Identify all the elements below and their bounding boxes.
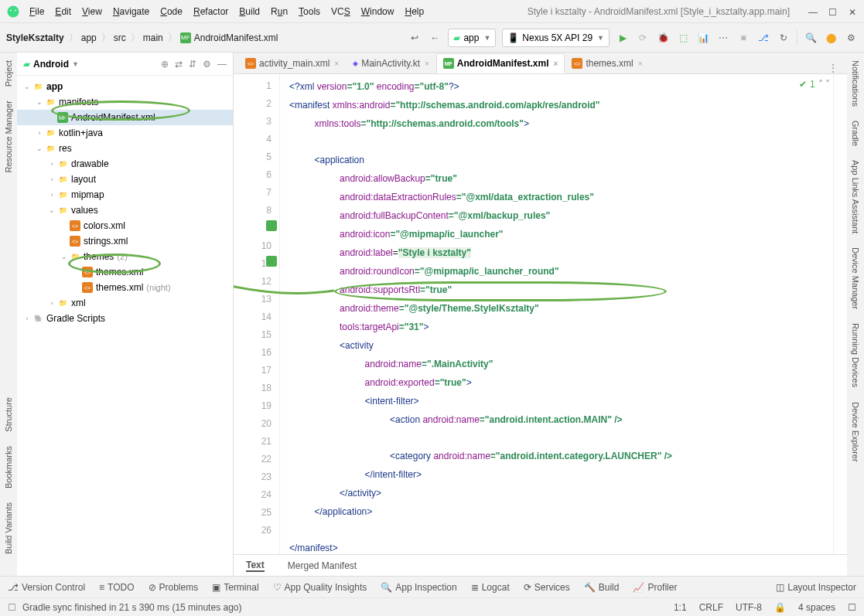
sync-icon[interactable]: ↩ — [408, 31, 422, 45]
menu-help[interactable]: Help — [405, 6, 424, 17]
bottom-profiler[interactable]: 📈 Profiler — [633, 582, 677, 593]
run-config-select[interactable]: ▰app▼ — [448, 29, 496, 47]
profile-icon[interactable]: 📊 — [696, 31, 710, 45]
bottom-app-inspection[interactable]: 🔍 App Inspection — [381, 582, 456, 593]
sidebar-notifications[interactable]: Notifications — [851, 60, 860, 107]
tree-gradle[interactable]: ›🐘Gradle Scripts — [17, 311, 233, 326]
tab-activity-main[interactable]: <>activity_main.xml× — [238, 53, 346, 73]
sidebar-gradle[interactable]: Gradle — [851, 121, 860, 146]
tree-themes-xml[interactable]: <>themes.xml — [17, 264, 233, 280]
tab-options-icon[interactable]: ⋮ — [828, 63, 847, 73]
run-icon[interactable]: ▶ — [616, 31, 630, 45]
target-icon[interactable]: ⊕ — [161, 59, 169, 70]
breadcrumb[interactable]: src — [114, 32, 126, 43]
code-editor[interactable]: <?xml version="1.0" encoding="utf-8"?> <… — [280, 74, 833, 554]
bottom-terminal[interactable]: ▣ Terminal — [212, 582, 258, 593]
menu-refactor[interactable]: Refactor — [193, 6, 228, 17]
tree-androidmanifest[interactable]: MFAndroidManifest.xml — [17, 110, 233, 125]
sidebar-structure[interactable]: Structure — [4, 397, 13, 432]
bottom-logcat[interactable]: ≣ Logcat — [471, 582, 510, 593]
apply-changes-icon[interactable]: ⟳ — [636, 31, 650, 45]
menu-navigate[interactable]: Navigate — [113, 6, 149, 17]
status-encoding[interactable]: UTF-8 — [736, 602, 762, 613]
git-icon[interactable]: ⎇ — [756, 31, 770, 45]
close-icon[interactable]: × — [334, 60, 339, 68]
sidebar-build-variants[interactable]: Build Variants — [4, 502, 13, 554]
coverage-icon[interactable]: ⬚ — [676, 31, 690, 45]
settings-icon[interactable]: ⚙ — [844, 31, 858, 45]
status-indent[interactable]: 4 spaces — [798, 602, 835, 613]
breadcrumb[interactable]: AndroidManifest.xml — [194, 32, 278, 43]
device-select[interactable]: 📱Nexus 5X API 29▼ — [502, 29, 610, 47]
menu-tools[interactable]: Tools — [299, 6, 320, 17]
sidebar-running-devices[interactable]: Running Devices — [851, 323, 860, 387]
tree-themes-folder[interactable]: ⌄📁themes(2) — [17, 249, 233, 264]
breadcrumb[interactable]: main — [143, 32, 163, 43]
status-line-separator[interactable]: CRLF — [699, 602, 723, 613]
tree-themes-night[interactable]: <>themes.xml(night) — [17, 280, 233, 295]
ide-settings-icon[interactable]: ⬤ — [824, 31, 838, 45]
tree-colors[interactable]: <>colors.xml — [17, 218, 233, 233]
close-icon[interactable]: × — [425, 60, 429, 68]
menu-build[interactable]: Build — [239, 6, 260, 17]
bottom-layout-inspector[interactable]: ◫ Layout Inspector — [776, 582, 856, 593]
bottom-build[interactable]: 🔨 Build — [584, 582, 620, 593]
menu-vcs[interactable]: VCS — [331, 6, 350, 17]
sidebar-bookmarks[interactable]: Bookmarks — [4, 446, 13, 488]
minimize-icon[interactable]: — — [808, 7, 818, 16]
sidebar-app-links[interactable]: App Links Assistant — [851, 160, 860, 233]
bottom-version-control[interactable]: ⎇ Version Control — [8, 582, 85, 593]
tree-kotlin-java[interactable]: ›📁kotlin+java — [17, 125, 233, 141]
settings-icon[interactable]: ⚙ — [203, 59, 211, 70]
close-icon[interactable]: × — [554, 60, 558, 68]
tree-mipmap[interactable]: ›📁mipmap — [17, 187, 233, 202]
status-readonly-icon[interactable]: 🔒 — [774, 602, 786, 613]
bottom-todo[interactable]: ≡ TODO — [99, 582, 134, 593]
close-icon[interactable]: ✕ — [849, 7, 858, 16]
footer-tab-merged[interactable]: Merged Manifest — [288, 560, 357, 571]
sidebar-project[interactable]: Project — [4, 60, 13, 87]
tree-layout[interactable]: ›📁layout — [17, 172, 233, 187]
status-position[interactable]: 1:1 — [674, 602, 687, 613]
bottom-app-quality[interactable]: ♡ App Quality Insights — [273, 582, 367, 593]
menu-window[interactable]: Window — [361, 6, 394, 17]
tree-drawable[interactable]: ›📁drawable — [17, 156, 233, 172]
gutter-icon[interactable] — [266, 256, 277, 267]
tree-strings[interactable]: <>strings.xml — [17, 233, 233, 249]
menu-view[interactable]: View — [82, 6, 102, 17]
attach-icon[interactable]: ⋯ — [716, 31, 730, 45]
menu-run[interactable]: Run — [271, 6, 288, 17]
menu-file[interactable]: File — [29, 6, 44, 17]
update-icon[interactable]: ↻ — [777, 31, 791, 45]
tree-manifests[interactable]: ⌄📁manifests — [17, 94, 233, 110]
sidebar-device-manager[interactable]: Device Manager — [851, 247, 860, 309]
tab-androidmanifest[interactable]: MFAndroidManifest.xml× — [436, 53, 565, 73]
tree-xml[interactable]: ›📁xml — [17, 295, 233, 311]
project-panel-title[interactable]: Android — [33, 59, 69, 70]
breadcrumb[interactable]: StyleKsztalty — [6, 32, 64, 43]
breadcrumb[interactable]: app — [81, 32, 97, 43]
tab-mainactivity[interactable]: ◆MainActivity.kt× — [346, 53, 436, 73]
back-icon[interactable]: ← — [428, 31, 442, 45]
tree-res[interactable]: ⌄📁res — [17, 141, 233, 156]
gutter-icon[interactable] — [266, 220, 277, 231]
bottom-problems[interactable]: ⊘ Problems — [149, 582, 199, 593]
debug-icon[interactable]: 🐞 — [656, 31, 670, 45]
bottom-services[interactable]: ⟳ Services — [524, 582, 570, 593]
hide-icon[interactable]: — — [217, 59, 227, 70]
close-icon[interactable]: × — [638, 60, 643, 68]
tab-themes[interactable]: <>themes.xml× — [565, 53, 649, 73]
expand-icon[interactable]: ⇄ — [175, 59, 183, 70]
sidebar-resource-manager[interactable]: Resource Manager — [4, 100, 13, 173]
collapse-icon[interactable]: ⇵ — [189, 59, 196, 70]
footer-tab-text[interactable]: Text — [246, 560, 265, 572]
menu-code[interactable]: Code — [160, 6, 183, 17]
maximize-icon[interactable]: ☐ — [828, 7, 838, 16]
stop-icon[interactable]: ■ — [736, 31, 750, 45]
search-icon[interactable]: 🔍 — [804, 31, 818, 45]
tree-values[interactable]: ⌄📁values — [17, 202, 233, 218]
sidebar-device-explorer[interactable]: Device Explorer — [851, 402, 860, 462]
status-ide-icon[interactable]: ☐ — [848, 602, 856, 613]
status-window-icon[interactable]: ☐ — [8, 602, 16, 613]
menu-edit[interactable]: Edit — [55, 6, 71, 17]
